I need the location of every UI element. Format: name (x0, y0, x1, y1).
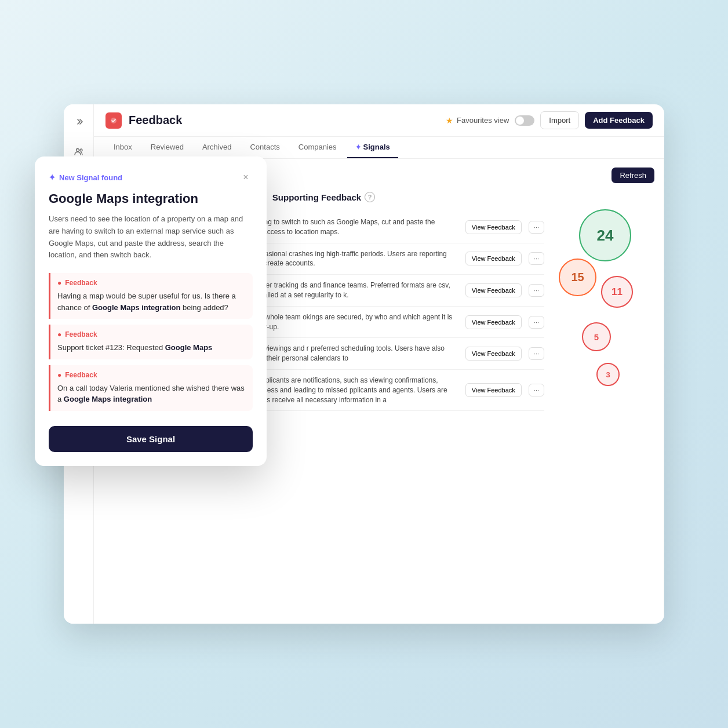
feedback-bold-1: Google Maps integration (92, 303, 180, 312)
more-button-6[interactable]: ··· (529, 384, 544, 396)
bubble-15: 15 (559, 259, 596, 296)
feedback-icon-3: ● (57, 371, 61, 379)
feedback-item-2: ● Feedback Support ticket #123: Requeste… (49, 325, 253, 359)
feedback-icon-2: ● (57, 330, 61, 338)
tab-signals[interactable]: ✦ Signals (347, 137, 398, 158)
feedback-text-after-1: being added? (180, 303, 228, 312)
badge-label: New Signal found (59, 173, 122, 182)
sparkle-icon: ✦ (49, 173, 56, 182)
more-button-2[interactable]: ··· (529, 252, 544, 265)
favourites-toggle[interactable] (515, 115, 534, 126)
modal-card: ✦ New Signal found × Google Maps integra… (35, 156, 267, 466)
nav-tabs: Inbox Reviewed Archived Contacts Compani… (94, 137, 664, 159)
feedback-icon-1: ● (57, 279, 61, 287)
more-button-5[interactable]: ··· (529, 347, 544, 360)
view-feedback-button-3[interactable]: View Feedback (465, 283, 522, 297)
signals-star-icon: ✦ (355, 143, 361, 151)
modal-description: Users need to see the location of a prop… (49, 213, 253, 261)
star-icon: ★ (446, 116, 453, 125)
tab-reviewed[interactable]: Reviewed (143, 137, 192, 158)
toggle-knob (516, 117, 524, 125)
favourites-label: ★ Favourites view (446, 116, 509, 125)
bubble-chart: 24 15 11 5 (550, 192, 654, 424)
tab-archived[interactable]: Archived (194, 137, 240, 158)
svg-point-1 (80, 149, 82, 151)
bubble-11: 11 (601, 276, 633, 308)
more-button-1[interactable]: ··· (529, 221, 544, 234)
bubble-24: 24 (579, 209, 631, 261)
app-logo (105, 112, 122, 129)
sidebar-icon-chevron[interactable] (70, 112, 88, 131)
feedback-text-1: Having a map would be super useful for u… (57, 290, 246, 313)
feedback-label-3: ● Feedback (57, 371, 246, 379)
feedback-item-3: ● Feedback On a call today Valeria menti… (49, 365, 253, 411)
more-button-4[interactable]: ··· (529, 316, 544, 329)
tab-contacts[interactable]: Contacts (242, 137, 287, 158)
view-feedback-button-4[interactable]: View Feedback (465, 315, 522, 329)
new-signal-badge: ✦ New Signal found (49, 173, 122, 182)
modal-header: ✦ New Signal found × (49, 170, 253, 184)
save-signal-button[interactable]: Save Signal (49, 426, 253, 452)
view-feedback-button-1[interactable]: View Feedback (465, 220, 522, 234)
svg-point-0 (76, 149, 79, 152)
feedback-bold-2: Google Maps (165, 343, 213, 352)
feedback-label-2: ● Feedback (57, 330, 246, 338)
tab-inbox[interactable]: Inbox (105, 137, 140, 158)
feedback-text-2: Support ticket #123: Requested Google Ma… (57, 342, 246, 354)
tab-companies[interactable]: Companies (290, 137, 345, 158)
add-feedback-button[interactable]: Add Feedback (585, 112, 653, 129)
bubble-5: 5 (582, 322, 611, 351)
feedback-text-before-2: Support ticket #123: Requested (57, 343, 165, 352)
close-button[interactable]: × (239, 170, 253, 184)
modal-title: Google Maps integration (49, 191, 253, 206)
page-title: Feedback (129, 114, 439, 127)
bubble-3: 3 (596, 363, 620, 386)
more-button-3[interactable]: ··· (529, 284, 544, 297)
import-button[interactable]: Import (540, 111, 579, 129)
feedback-item-1: ● Feedback Having a map would be super u… (49, 273, 253, 319)
refresh-button[interactable]: Refresh (611, 168, 654, 183)
view-feedback-button-5[interactable]: View Feedback (465, 347, 522, 361)
header-right: ★ Favourites view Import Add Feedback (446, 111, 653, 129)
feedback-bold-3: Google Maps integration (64, 395, 152, 403)
view-feedback-button-6[interactable]: View Feedback (465, 383, 522, 397)
header: Feedback ★ Favourites view Import Add Fe… (94, 104, 664, 137)
view-feedback-button-2[interactable]: View Feedback (465, 252, 522, 265)
feedback-text-3: On a call today Valeria mentioned she wi… (57, 383, 246, 405)
info-icon[interactable]: ? (365, 192, 375, 202)
feedback-label-1: ● Feedback (57, 279, 246, 287)
